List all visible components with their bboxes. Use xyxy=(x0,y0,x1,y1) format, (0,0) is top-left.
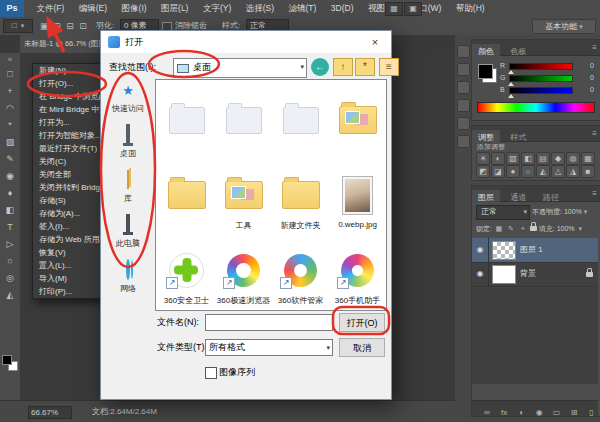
slider-knob[interactable] xyxy=(508,94,514,98)
shape-tool-icon[interactable]: ○ xyxy=(0,253,20,270)
menu-select[interactable]: 选择(S) xyxy=(241,0,279,17)
move-tool-icon[interactable]: + xyxy=(0,83,20,100)
tab-layers[interactable]: 图层 xyxy=(472,190,500,205)
collapsed-panel-icon[interactable] xyxy=(457,81,470,94)
file-item[interactable]: ↗360软件管家 xyxy=(272,233,329,305)
file-menu-item[interactable]: 打开为... xyxy=(33,116,105,129)
file-menu-item[interactable]: 存储为 Web 所用格式... xyxy=(33,233,105,246)
selection-new-icon[interactable]: ▣ xyxy=(38,20,50,32)
layer-thumbnail[interactable] xyxy=(492,265,516,284)
opacity-control[interactable]: 不透明度: 100%▾ xyxy=(532,205,587,219)
file-menu-item[interactable]: 在 Mini Bridge 中浏览(G)... xyxy=(33,103,105,116)
eyedropper-tool-icon[interactable]: ✎ xyxy=(0,151,20,168)
layer-row-background[interactable]: ◉ 背景 xyxy=(472,262,598,287)
adjustment-icon[interactable]: ◪ xyxy=(491,165,505,178)
sidebar-item-this-pc[interactable]: 此电脑 xyxy=(103,216,153,261)
layer-name[interactable]: 图层 1 xyxy=(520,238,543,262)
file-menu-item[interactable]: 关闭(C) xyxy=(33,155,105,168)
file-item[interactable] xyxy=(329,83,386,155)
arrange-documents-icon[interactable]: ▦ xyxy=(385,2,403,16)
selection-intersect-icon[interactable]: ⊡ xyxy=(77,20,89,32)
collapsed-panel-icon[interactable] xyxy=(457,135,470,148)
file-item[interactable]: ↗360安全卫士 xyxy=(158,233,215,305)
tab-channels[interactable]: 通道 xyxy=(504,190,532,205)
collapsed-panel-icon[interactable] xyxy=(457,99,470,112)
visibility-eye-icon[interactable]: ◉ xyxy=(472,238,489,262)
brush-tool-icon[interactable]: ♦ xyxy=(0,185,20,202)
delete-layer-icon[interactable]: ▯ xyxy=(585,405,598,420)
menu-image[interactable]: 图像(I) xyxy=(117,0,152,17)
layer-row-layer1[interactable]: ◉ 图层 1 xyxy=(472,238,598,263)
file-item[interactable]: ↗360手机助手 xyxy=(329,233,386,305)
adjustment-icon[interactable]: ○ xyxy=(521,165,535,178)
new-group-icon[interactable]: ▭ xyxy=(550,405,563,420)
menu-file[interactable]: 文件(F) xyxy=(31,0,69,17)
tab-color[interactable]: 颜色 xyxy=(472,44,500,59)
new-folder-icon[interactable]: * xyxy=(355,58,375,76)
tab-swatches[interactable]: 色板 xyxy=(504,44,532,59)
hand-tool-icon[interactable]: ◭ xyxy=(0,287,20,304)
up-one-level-icon[interactable]: ↑ xyxy=(333,58,353,76)
menu-help[interactable]: 帮助(H) xyxy=(451,0,490,17)
stamp-tool-icon[interactable]: ◧ xyxy=(0,202,20,219)
sidebar-item-quick-access[interactable]: ★ 快速访问 xyxy=(103,81,153,126)
healing-tool-icon[interactable]: ◉ xyxy=(0,168,20,185)
collapsed-panel-icon[interactable] xyxy=(457,45,470,58)
tool-preset-icon[interactable]: □ ▾ xyxy=(3,19,33,33)
file-item[interactable] xyxy=(158,83,215,155)
file-menu-item[interactable]: 恢复(V) xyxy=(33,246,105,259)
screen-mode-icon[interactable]: ▣ xyxy=(404,2,422,16)
file-item[interactable]: ↗360极速浏览器 xyxy=(215,233,272,305)
sidebar-item-libraries[interactable]: 库 xyxy=(103,171,153,216)
blue-slider[interactable] xyxy=(509,87,573,94)
file-menu-item-open[interactable]: 打开(O)... xyxy=(33,77,105,90)
file-menu-item[interactable]: 最近打开文件(T) xyxy=(33,142,105,155)
file-menu-item[interactable]: 导入(M) xyxy=(33,272,105,285)
path-select-tool-icon[interactable]: ▷ xyxy=(0,236,20,253)
dialog-title-bar[interactable]: 打开 × xyxy=(101,31,391,53)
foreground-swatch[interactable] xyxy=(478,64,493,79)
file-menu-item[interactable]: 关闭全部 xyxy=(33,168,105,181)
open-button[interactable]: 打开(O) xyxy=(339,313,385,332)
layer-mask-icon[interactable]: ◐ xyxy=(515,405,528,420)
adjustment-layer-icon[interactable]: ◉ xyxy=(533,405,546,420)
layer-thumbnail[interactable] xyxy=(492,241,516,260)
adjustment-icon[interactable]: ● xyxy=(506,165,520,178)
new-layer-icon[interactable]: ⊞ xyxy=(568,405,581,420)
color-swatches[interactable] xyxy=(2,355,18,371)
foreground-color-swatch[interactable] xyxy=(2,355,12,365)
selection-add-icon[interactable]: ⊞ xyxy=(51,20,63,32)
filetype-select[interactable]: 所有格式▾ xyxy=(205,339,333,356)
file-menu-item[interactable]: 在 Bridge 中浏览(B)... xyxy=(33,90,105,103)
file-item[interactable] xyxy=(215,83,272,155)
type-tool-icon[interactable]: T xyxy=(0,219,20,236)
cancel-button[interactable]: 取消 xyxy=(339,338,385,357)
panel-menu-icon[interactable]: ≡ xyxy=(592,40,597,55)
file-menu-item[interactable]: 存储为(A)... xyxy=(33,207,105,220)
panel-menu-icon[interactable]: ≡ xyxy=(592,126,597,141)
collapsed-panel-icon[interactable] xyxy=(457,117,470,130)
workspace-switcher-button[interactable]: 基本功能▾ xyxy=(532,19,596,34)
link-layers-icon[interactable]: ∞ xyxy=(480,405,493,420)
lasso-tool-icon[interactable]: ◠ xyxy=(0,100,20,117)
adjustment-icon[interactable]: ◧ xyxy=(521,152,535,165)
green-slider[interactable] xyxy=(509,75,573,82)
zoom-level-input[interactable]: 66.67% xyxy=(28,406,72,419)
file-menu-item[interactable]: 存储(S) xyxy=(33,194,105,207)
dialog-close-icon[interactable]: × xyxy=(359,31,391,53)
file-item[interactable]: 工具 xyxy=(215,158,272,230)
selection-subtract-icon[interactable]: ⊟ xyxy=(64,20,76,32)
red-slider[interactable] xyxy=(509,63,573,70)
fill-value[interactable]: 100% xyxy=(557,225,575,232)
adjustment-icon[interactable]: ▧ xyxy=(506,152,520,165)
collapse-tools-icon[interactable]: » xyxy=(0,53,20,66)
adjustment-icon[interactable]: ■ xyxy=(581,165,595,178)
marquee-tool-icon[interactable]: □ xyxy=(0,66,20,83)
file-menu-item[interactable]: 新建(N)... xyxy=(33,64,105,77)
menu-type[interactable]: 文字(Y) xyxy=(198,0,236,17)
tab-styles[interactable]: 样式 xyxy=(504,130,532,145)
menu-edit[interactable]: 编辑(E) xyxy=(74,0,112,17)
file-item[interactable] xyxy=(272,83,329,155)
collapsed-panel-icon[interactable] xyxy=(457,63,470,76)
adjustment-icon[interactable]: ▦ xyxy=(581,152,595,165)
